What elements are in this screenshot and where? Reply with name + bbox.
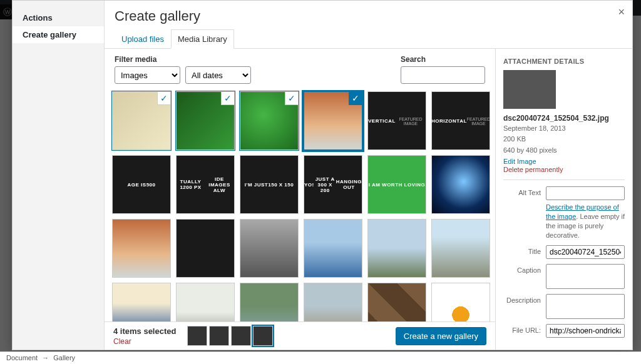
- selection-count: 4 items selected: [113, 326, 176, 336]
- description-label: Description: [503, 294, 541, 304]
- attachment-thumb[interactable]: ✓: [112, 91, 171, 150]
- check-icon[interactable]: ✓: [221, 91, 235, 105]
- modal-header: Create gallery: [105, 1, 632, 24]
- attachment-thumb[interactable]: ✓: [240, 91, 299, 150]
- attachment-thumb[interactable]: [176, 219, 235, 278]
- delete-permanently-link[interactable]: Delete permanently: [503, 166, 625, 173]
- status-block: Gallery: [53, 354, 75, 361]
- caption-input[interactable]: [546, 264, 625, 289]
- check-icon[interactable]: ✓: [349, 91, 362, 105]
- check-icon[interactable]: ✓: [285, 91, 299, 105]
- modal-body: Filter media Images All dates Search ✓✓✓…: [105, 49, 632, 350]
- description-input[interactable]: [546, 294, 625, 319]
- search-label: Search: [401, 55, 485, 64]
- attachment-details: ATTACHMENT DETAILS dsc20040724_152504_53…: [496, 49, 632, 350]
- attachment-thumb[interactable]: [112, 219, 171, 278]
- title-label: Title: [503, 245, 541, 255]
- attachment-thumb[interactable]: I'M JUST150 X 150: [240, 155, 299, 214]
- selection-thumb[interactable]: [209, 326, 229, 346]
- selection-thumb[interactable]: [231, 326, 251, 346]
- tab-media-library[interactable]: Media Library: [171, 29, 234, 49]
- search-input[interactable]: [401, 66, 485, 84]
- attachment-thumb[interactable]: [431, 155, 490, 214]
- filter-type-select[interactable]: Images: [115, 66, 180, 84]
- close-button[interactable]: ×: [618, 6, 625, 19]
- attachment-thumb[interactable]: TUALLY 1200 PXIDE IMAGES ALW: [176, 155, 235, 214]
- create-gallery-button[interactable]: Create a new gallery: [396, 327, 486, 345]
- attachment-thumb[interactable]: VERTICALFEATURED IMAGE: [367, 91, 426, 150]
- attachment-thumb[interactable]: [240, 283, 299, 321]
- selection-thumbs: [187, 326, 273, 346]
- attachment-thumb[interactable]: [367, 283, 426, 321]
- status-document: Document: [6, 354, 38, 361]
- modal-main: × Create gallery Upload filesMedia Libra…: [105, 1, 632, 350]
- modal-title: Create gallery: [115, 8, 622, 24]
- attachment-thumb[interactable]: ✓: [176, 91, 235, 150]
- details-size: 200 KB: [503, 134, 625, 144]
- filter-date-select[interactable]: All dates: [185, 66, 251, 84]
- alt-text-help: Describe the purpose of the image. Leave…: [546, 203, 625, 240]
- alt-text-label: Alt Text: [503, 186, 541, 196]
- breadcrumb-sep-icon: →: [42, 354, 49, 361]
- modal-tabs: Upload filesMedia Library: [105, 29, 632, 49]
- edit-image-link[interactable]: Edit Image: [503, 158, 625, 165]
- details-filename: dsc20040724_152504_532.jpg: [503, 114, 625, 123]
- attachment-thumb[interactable]: [431, 283, 490, 321]
- attachment-thumb[interactable]: [112, 283, 171, 321]
- selection-thumb[interactable]: [253, 326, 273, 346]
- editor-status-bar: Document → Gallery: [0, 351, 641, 364]
- attachments-scroll[interactable]: ✓✓✓✓VERTICALFEATURED IMAGEHORIZONTALFEAT…: [105, 90, 495, 321]
- details-date: September 18, 2013: [503, 124, 625, 133]
- alt-text-input[interactable]: [546, 186, 625, 200]
- caption-label: Caption: [503, 264, 541, 274]
- attachment-thumb[interactable]: AGE IS500: [112, 155, 171, 214]
- modal-sidebar: ActionsCreate gallery: [13, 1, 105, 350]
- title-input[interactable]: [546, 245, 625, 259]
- attachments-grid: ✓✓✓✓VERTICALFEATURED IMAGEHORIZONTALFEAT…: [112, 91, 488, 321]
- tab-upload-files[interactable]: Upload files: [115, 29, 171, 48]
- grid-footer: 4 items selected Clear Create a new gall…: [105, 321, 495, 350]
- clear-selection[interactable]: Clear: [113, 337, 176, 346]
- attachment-thumb[interactable]: [304, 283, 362, 321]
- attachment-thumb[interactable]: [240, 219, 299, 278]
- details-dimensions: 640 by 480 pixels: [503, 146, 625, 155]
- file-url-label: File URL:: [503, 324, 541, 334]
- filter-bar: Filter media Images All dates Search: [105, 49, 495, 90]
- attachment-thumb[interactable]: [176, 283, 235, 321]
- attachment-thumb[interactable]: ✓: [304, 91, 362, 150]
- details-heading: ATTACHMENT DETAILS: [503, 58, 625, 65]
- attachment-thumb[interactable]: I AM WORTH LOVING: [367, 155, 426, 214]
- details-preview: [503, 70, 556, 109]
- attachment-thumb[interactable]: [304, 219, 362, 278]
- attachment-thumb[interactable]: HORIZONTALFEATURED IMAGE: [431, 91, 490, 150]
- check-icon[interactable]: ✓: [157, 91, 171, 105]
- create-gallery-modal: ActionsCreate gallery × Create gallery U…: [12, 0, 633, 350]
- attachment-thumb[interactable]: YO!JUST A 300 X 200HANGING OUT: [304, 155, 362, 214]
- selection-thumb[interactable]: [187, 326, 207, 346]
- file-url-input[interactable]: [546, 324, 625, 338]
- filter-media-label: Filter media: [115, 55, 251, 64]
- attachment-thumb[interactable]: [431, 219, 490, 278]
- sidebar-item-actions[interactable]: Actions: [13, 9, 104, 26]
- sidebar-item-create-gallery[interactable]: Create gallery: [13, 26, 104, 43]
- attachment-thumb[interactable]: [367, 219, 426, 278]
- grid-area: Filter media Images All dates Search ✓✓✓…: [105, 49, 496, 350]
